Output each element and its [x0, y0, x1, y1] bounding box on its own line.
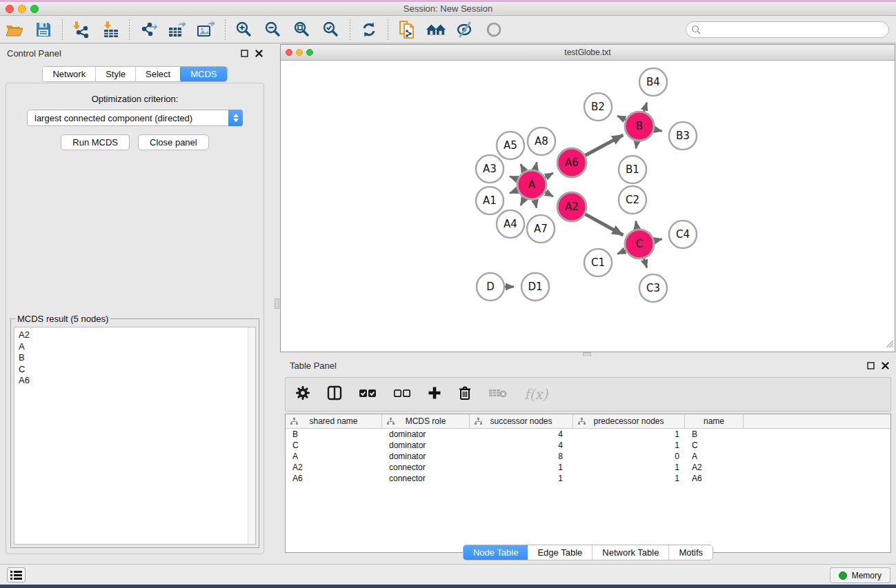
node-A7[interactable]: A7 — [527, 215, 555, 243]
zoom-out-icon[interactable] — [263, 19, 283, 40]
mcds-result-item[interactable]: A6 — [19, 375, 255, 387]
node-A5[interactable]: A5 — [497, 132, 524, 159]
node-A1[interactable]: A1 — [476, 187, 504, 214]
node-A3[interactable]: A3 — [476, 155, 504, 183]
tab-style[interactable]: Style — [96, 67, 136, 81]
edge-B-B2[interactable] — [617, 116, 626, 120]
float-table-panel-icon[interactable] — [867, 362, 875, 369]
tab-select[interactable]: Select — [136, 67, 181, 81]
node-D[interactable]: D — [477, 273, 504, 301]
close-panel-icon[interactable] — [255, 50, 263, 57]
edge-A-A1[interactable] — [510, 190, 518, 193]
edge-B-B1[interactable] — [636, 141, 637, 149]
node-A4[interactable]: A4 — [497, 210, 524, 238]
save-session-icon[interactable] — [33, 19, 54, 40]
edge-A-A4[interactable] — [521, 197, 525, 205]
edge-C-C2[interactable] — [636, 221, 637, 230]
close-panel-button[interactable]: Close panel — [138, 134, 209, 150]
delete-column-icon[interactable] — [458, 385, 472, 403]
mcds-result-item[interactable]: A — [19, 341, 255, 353]
node-A2[interactable]: A2 — [557, 192, 586, 221]
network-maximize-button[interactable] — [306, 49, 313, 56]
edge-A-A5[interactable] — [521, 164, 525, 172]
zoom-selected-icon[interactable] — [321, 19, 341, 40]
edge-A6-B[interactable] — [584, 135, 623, 156]
node-C4[interactable]: C4 — [669, 221, 697, 248]
table-row[interactable]: Bdominator41B — [286, 429, 890, 440]
node-C[interactable]: C — [625, 230, 654, 258]
gear-icon[interactable] — [295, 385, 310, 403]
tab-edge-table[interactable]: Edge Table — [528, 545, 593, 560]
task-history-button[interactable] — [7, 567, 26, 582]
column-header-MCDS-role[interactable]: MCDS role — [382, 414, 470, 428]
memory-button[interactable]: Memory — [830, 567, 890, 583]
select-all-icon[interactable] — [359, 388, 377, 401]
minimize-window-button[interactable] — [18, 5, 26, 13]
open-session-icon[interactable] — [4, 19, 25, 40]
column-header-successor-nodes[interactable]: successor nodes — [470, 414, 573, 428]
mcds-list-scrollbar[interactable] — [248, 327, 255, 544]
split-columns-icon[interactable] — [327, 385, 342, 403]
import-table-icon[interactable] — [100, 19, 121, 40]
node-C3[interactable]: C3 — [639, 274, 667, 302]
close-table-panel-icon[interactable] — [882, 362, 889, 369]
network-window-titlebar[interactable]: testGlobe.txt — [281, 45, 895, 61]
window-resize-grip[interactable] — [884, 338, 894, 351]
mcds-result-item[interactable]: C — [19, 364, 255, 376]
table-row[interactable]: Adominator80A — [286, 451, 890, 462]
node-D1[interactable]: D1 — [521, 273, 549, 301]
maximize-window-button[interactable] — [30, 5, 39, 13]
table-row[interactable]: Cdominator41C — [286, 440, 890, 451]
export-image-icon[interactable] — [196, 19, 217, 40]
zoom-in-icon[interactable] — [234, 19, 255, 40]
node-A8[interactable]: A8 — [528, 128, 555, 155]
node-A6[interactable]: A6 — [557, 148, 586, 177]
edge-A2-C[interactable] — [584, 214, 623, 235]
node-C1[interactable]: C1 — [584, 249, 612, 276]
home-icon[interactable] — [426, 19, 446, 40]
edge-A-A3[interactable] — [510, 176, 518, 180]
refresh-icon[interactable] — [359, 19, 379, 40]
zoom-fit-icon[interactable] — [292, 19, 312, 40]
vertical-splitter-grip[interactable] — [275, 298, 279, 309]
run-mcds-button[interactable]: Run MCDS — [61, 134, 130, 150]
edge-C-C3[interactable] — [644, 258, 646, 267]
edge-B-B3[interactable] — [653, 130, 661, 132]
tab-network[interactable]: Network — [43, 67, 96, 81]
edge-A-A2[interactable] — [544, 192, 552, 196]
column-header-name[interactable]: name — [685, 414, 744, 428]
export-table-icon[interactable] — [167, 19, 188, 40]
float-panel-icon[interactable] — [241, 50, 248, 57]
mcds-result-item[interactable]: A2 — [19, 330, 255, 341]
table-row[interactable]: A2connector11A2 — [286, 462, 890, 473]
new-network-from-selection-icon[interactable] — [397, 19, 417, 40]
network-minimize-button[interactable] — [296, 49, 303, 56]
criterion-select[interactable]: largest connected component (directed) — [27, 110, 243, 126]
edge-A-A6[interactable] — [544, 173, 552, 178]
network-close-button[interactable] — [286, 49, 292, 56]
edge-C-C1[interactable] — [617, 250, 626, 254]
tab-network-table[interactable]: Network Table — [593, 545, 669, 560]
node-B4[interactable]: B4 — [639, 68, 667, 96]
node-B1[interactable]: B1 — [619, 156, 646, 183]
add-column-icon[interactable] — [428, 386, 441, 403]
hide-details-icon[interactable] — [455, 19, 475, 40]
network-canvas[interactable]: B4B2BB3A8A5A6A3B1AC2A1A2A4A7C4CC1DD1C3 — [281, 61, 895, 352]
table-row[interactable]: A6connector11A6 — [286, 473, 890, 484]
tab-mcds[interactable]: MCDS — [180, 66, 227, 82]
edge-A-A7[interactable] — [535, 199, 537, 208]
node-B2[interactable]: B2 — [584, 93, 612, 121]
tab-node-table[interactable]: Node Table — [463, 545, 529, 560]
close-window-button[interactable] — [6, 5, 14, 13]
node-C2[interactable]: C2 — [619, 186, 646, 214]
search-input[interactable] — [686, 21, 889, 38]
export-network-icon[interactable] — [138, 19, 159, 40]
column-header-shared-name[interactable]: shared name — [286, 414, 382, 428]
edge-A-A8[interactable] — [535, 162, 537, 170]
edge-B-B4[interactable] — [644, 103, 646, 112]
column-header-predecessor-nodes[interactable]: predecessor nodes — [573, 414, 685, 428]
node-A[interactable]: A — [517, 170, 546, 199]
import-network-icon[interactable] — [71, 19, 92, 40]
node-B[interactable]: B — [625, 112, 654, 141]
mcds-result-item[interactable]: B — [19, 352, 255, 364]
